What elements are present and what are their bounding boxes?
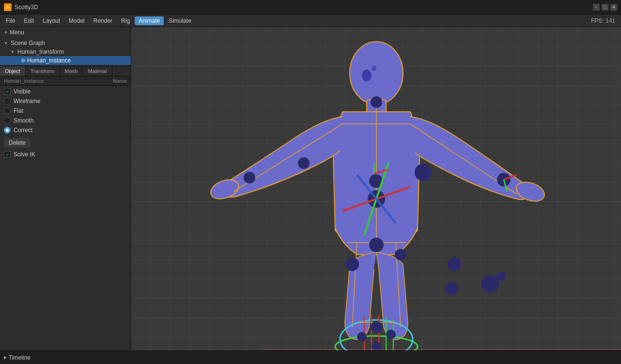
visible-label: Visible [14, 88, 31, 95]
svg-point-31 [496, 272, 506, 281]
human-transform-item[interactable]: ▼ Human_transform [0, 47, 131, 56]
props-section: ✓ Visible Wireframe Flat Smooth Corr [0, 86, 131, 136]
scene-graph-item[interactable]: ▼ Scene Graph [0, 39, 131, 47]
correct-radio[interactable] [4, 127, 11, 134]
human-transform-arrow: ▼ [11, 50, 16, 54]
close-button[interactable]: ✕ [610, 4, 617, 11]
scene-graph-section: ▼ Scene Graph ▼ Human_transform Human_in… [0, 38, 131, 66]
menu-render[interactable]: Render [90, 16, 116, 25]
correct-label: Correct [14, 127, 32, 134]
tab-object[interactable]: Object [0, 66, 26, 76]
prop-flat[interactable]: Flat [0, 106, 131, 116]
tab-material[interactable]: Material [83, 66, 112, 76]
window-title: Scotty3D [15, 4, 593, 11]
menu-section: ▼ Menu [0, 27, 131, 38]
sidebar: ▼ Menu ▼ Scene Graph ▼ Human_transform H… [0, 27, 131, 350]
floor-line [263, 349, 621, 349]
menu-simulate[interactable]: Simulate [165, 16, 195, 25]
solve-ik-checkbox[interactable]: ✓ [4, 151, 11, 158]
svg-point-26 [395, 249, 406, 260]
menubar: File Edit Layout Model Render Rig Animat… [0, 15, 621, 27]
flat-radio[interactable] [4, 107, 11, 114]
prop-smooth[interactable]: Smooth [0, 116, 131, 125]
menu-model[interactable]: Model [65, 16, 89, 25]
window-controls: − □ ✕ [593, 4, 617, 11]
viewport[interactable] [131, 27, 621, 350]
smooth-label: Smooth [14, 117, 33, 124]
solve-ik-row[interactable]: ✓ Solve IK [0, 150, 131, 159]
human-transform-label: Human_transform [17, 48, 64, 55]
svg-point-40 [371, 321, 382, 333]
human-instance-dot [21, 59, 25, 62]
flat-label: Flat [14, 107, 23, 114]
smooth-radio[interactable] [4, 117, 11, 124]
svg-point-0 [350, 42, 403, 105]
human-instance-label: Human_instance [27, 57, 71, 64]
svg-point-17 [298, 157, 310, 169]
wireframe-radio[interactable] [4, 98, 11, 105]
svg-point-42 [357, 332, 367, 342]
props-col1: Human_instance [4, 78, 113, 84]
minimize-button[interactable]: − [593, 4, 600, 11]
main-area: ▼ Menu ▼ Scene Graph ▼ Human_transform H… [0, 27, 621, 350]
menu-arrow: ▼ [4, 30, 8, 35]
svg-point-28 [345, 258, 359, 271]
menu-rig[interactable]: Rig [117, 16, 134, 25]
human-instance-item[interactable]: Human_instance [0, 56, 131, 65]
menu-animate[interactable]: Animate [135, 16, 164, 25]
props-col2: Name [113, 78, 127, 84]
svg-point-11 [371, 96, 382, 108]
svg-point-12 [415, 164, 432, 181]
prop-visible[interactable]: ✓ Visible [0, 87, 131, 96]
props-header: Human_instance Name [0, 76, 131, 86]
svg-point-27 [448, 258, 461, 271]
svg-point-48 [362, 70, 372, 81]
timeline-bar: ▶ Timeline [0, 350, 621, 364]
svg-point-30 [445, 282, 458, 295]
prop-correct[interactable]: Correct [0, 125, 131, 135]
tab-transform[interactable]: Transform [26, 66, 60, 76]
svg-point-49 [372, 65, 376, 71]
fps-display: FPS: 141 [591, 17, 619, 24]
wireframe-label: Wireframe [14, 98, 40, 105]
menu-file[interactable]: File [2, 16, 19, 25]
menu-edit[interactable]: Edit [20, 16, 38, 25]
human-figure [207, 27, 546, 350]
prop-wireframe[interactable]: Wireframe [0, 96, 131, 106]
svg-point-41 [386, 330, 396, 339]
maximize-button[interactable]: □ [602, 4, 608, 11]
solve-ik-label: Solve IK [14, 151, 35, 158]
titlebar: S Scotty3D − □ ✕ [0, 0, 621, 15]
menu-layout[interactable]: Layout [39, 16, 64, 25]
delete-button[interactable]: Delete [4, 138, 31, 148]
scene-graph-arrow: ▼ [4, 41, 9, 46]
menu-label: Menu [10, 29, 24, 36]
timeline-arrow: ▶ [4, 355, 7, 360]
app-icon: S [4, 3, 12, 11]
svg-point-25 [369, 238, 384, 252]
timeline-label: Timeline [9, 354, 31, 361]
tab-mesh[interactable]: Mesh [60, 66, 83, 76]
props-tabs: Object Transform Mesh Material [0, 66, 131, 76]
svg-point-16 [244, 172, 255, 183]
visible-checkbox[interactable]: ✓ [4, 88, 11, 95]
scene-graph-label: Scene Graph [11, 40, 45, 46]
